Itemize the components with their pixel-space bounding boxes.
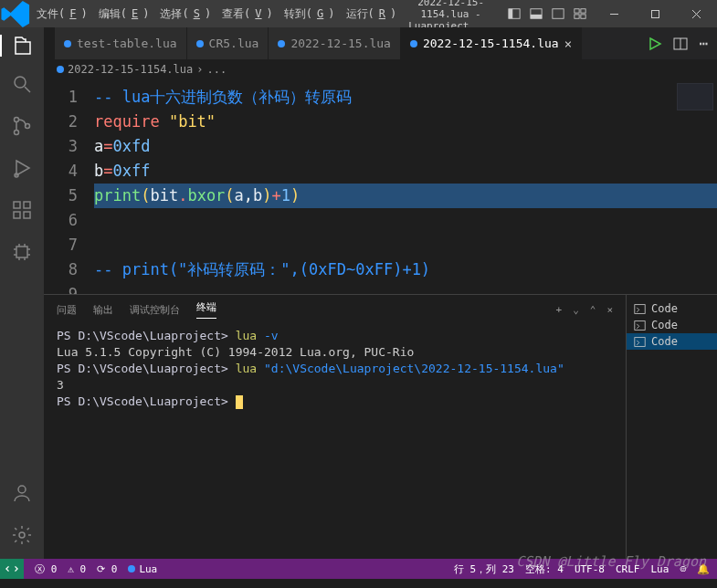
lua-file-icon <box>278 40 285 47</box>
menu-go[interactable]: 转到(G) <box>279 6 340 22</box>
code-editor[interactable]: 123456789 -- lua十六进制负数（补码）转原码 require "b… <box>44 79 717 294</box>
eol[interactable]: CRLF <box>616 563 640 575</box>
menu-bar: 文件(F) 编辑(E) 选择(S) 查看(V) 转到(G) 运行(R) <box>32 6 401 22</box>
activity-bar <box>0 27 44 559</box>
breadcrumb[interactable]: 2022-12-15-1154.lua › ... <box>44 59 717 79</box>
explorer-icon[interactable] <box>0 35 44 57</box>
svg-point-34 <box>19 532 25 538</box>
window-controls <box>594 0 717 27</box>
svg-point-15 <box>15 118 19 122</box>
svg-point-16 <box>15 131 19 135</box>
svg-rect-38 <box>635 304 645 313</box>
svg-rect-5 <box>575 9 579 13</box>
search-icon[interactable] <box>11 73 33 99</box>
layout-controls <box>501 7 594 20</box>
remote-indicator[interactable] <box>0 559 24 579</box>
svg-rect-3 <box>531 15 542 18</box>
svg-rect-23 <box>24 212 30 218</box>
editor-actions: ⋯ <box>638 27 717 59</box>
tab-overflow[interactable] <box>44 27 55 59</box>
menu-run[interactable]: 运行(R) <box>342 6 402 22</box>
minimize-button[interactable] <box>594 0 635 27</box>
titlebar: 文件(F) 编辑(E) 选择(S) 查看(V) 转到(G) 运行(R) 2022… <box>0 0 717 27</box>
port-indicator[interactable]: ⟳ 0 <box>97 563 117 575</box>
terminal-list: Code Code Code <box>626 295 717 559</box>
terminal-dropdown-icon[interactable]: ⌄ <box>573 304 579 316</box>
tab-label: CR5.lua <box>209 37 259 50</box>
menu-select[interactable]: 选择(S) <box>155 6 216 22</box>
panel-left-icon[interactable] <box>508 7 521 20</box>
svg-rect-10 <box>652 10 659 17</box>
settings-gear-icon[interactable] <box>11 524 33 550</box>
svg-rect-1 <box>509 9 512 19</box>
language-mode[interactable]: Lua <box>651 563 670 575</box>
run-icon[interactable] <box>648 37 662 51</box>
tab-test-table[interactable]: test-table.lua <box>55 27 187 59</box>
svg-marker-35 <box>650 38 660 49</box>
bottom-panel: 问题 输出 调试控制台 终端 + ⌄ ⌃ × PS D:\VScode\Luap… <box>44 294 717 559</box>
close-panel-icon[interactable]: × <box>606 304 613 316</box>
svg-point-13 <box>15 77 26 88</box>
lua-file-icon <box>196 40 204 47</box>
breadcrumb-file: 2022-12-15-1154.lua <box>68 63 193 76</box>
editor-tabs: test-table.lua CR5.lua 2022-12-15.lua 20… <box>44 27 717 59</box>
errors-count[interactable]: ⓧ 0 <box>35 562 57 576</box>
warnings-count[interactable]: ⚠ 0 <box>68 563 86 575</box>
more-actions-icon[interactable]: ⋯ <box>699 35 708 52</box>
panel-tab-terminal[interactable]: 终端 <box>196 300 216 319</box>
svg-line-14 <box>25 87 30 92</box>
split-editor-icon[interactable] <box>673 37 688 51</box>
indentation[interactable]: 空格: 4 <box>525 562 564 576</box>
minimap[interactable] <box>677 83 713 110</box>
maximize-panel-icon[interactable]: ⌃ <box>590 304 596 316</box>
lua-file-icon <box>410 40 417 47</box>
panel-tab-debug[interactable]: 调试控制台 <box>130 303 180 317</box>
panel-right-icon[interactable] <box>552 7 564 20</box>
breadcrumb-rest: ... <box>207 63 227 76</box>
maximize-button[interactable] <box>635 0 676 27</box>
panel-tabs: 问题 输出 调试控制台 终端 + ⌄ ⌃ × <box>44 295 626 324</box>
chevron-right-icon: › <box>196 63 203 76</box>
svg-rect-40 <box>635 337 645 346</box>
tab-2022-12-15[interactable]: 2022-12-15.lua <box>269 27 401 59</box>
svg-rect-6 <box>581 9 585 13</box>
code-lines[interactable]: -- lua十六进制负数（补码）转原码 require "bit" a=0xfd… <box>94 79 717 294</box>
menu-file[interactable]: 文件(F) <box>32 6 92 22</box>
terminal-item[interactable]: Code <box>627 333 717 350</box>
lua-file-icon <box>64 40 71 47</box>
terminal-cursor <box>236 395 243 409</box>
new-terminal-icon[interactable]: + <box>556 304 563 316</box>
language-badge[interactable]: Lua <box>128 563 157 575</box>
vscode-logo-icon <box>0 0 32 30</box>
notifications-icon[interactable]: 🔔 <box>697 563 710 575</box>
tab-label: 2022-12-15-1154.lua <box>423 37 559 50</box>
feedback-icon[interactable]: ☺ <box>680 563 686 575</box>
menu-view[interactable]: 查看(V) <box>217 6 278 22</box>
terminal[interactable]: PS D:\VScode\Luaproject> lua -v Lua 5.1.… <box>44 324 626 559</box>
svg-rect-24 <box>16 247 27 257</box>
run-debug-icon[interactable] <box>11 157 33 183</box>
svg-rect-39 <box>635 320 645 330</box>
panel-tab-problems[interactable]: 问题 <box>57 303 77 317</box>
terminal-item[interactable]: Code <box>627 317 717 333</box>
tab-cr5[interactable]: CR5.lua <box>187 27 269 59</box>
tab-2022-12-15-1154[interactable]: 2022-12-15-1154.lua× <box>401 27 582 59</box>
panel-tab-output[interactable]: 输出 <box>93 303 113 317</box>
svg-rect-20 <box>14 202 20 208</box>
close-tab-icon[interactable]: × <box>564 37 572 51</box>
close-button[interactable] <box>676 0 717 27</box>
source-control-icon[interactable] <box>11 115 33 141</box>
panel-bottom-icon[interactable] <box>530 7 543 20</box>
extensions-icon[interactable] <box>11 199 33 225</box>
statusbar: ⓧ 0 ⚠ 0 ⟳ 0 Lua 行 5，列 23 空格: 4 UTF-8 CRL… <box>0 559 717 579</box>
terminal-item[interactable]: Code <box>627 300 717 317</box>
svg-rect-21 <box>24 202 30 208</box>
encoding[interactable]: UTF-8 <box>575 563 605 575</box>
chip-icon[interactable] <box>11 241 33 267</box>
cursor-position[interactable]: 行 5，列 23 <box>454 562 514 576</box>
tab-label: test-table.lua <box>77 37 177 50</box>
layout-grid-icon[interactable] <box>574 7 586 20</box>
account-icon[interactable] <box>11 482 33 508</box>
menu-edit[interactable]: 编辑(E) <box>94 6 154 22</box>
svg-point-33 <box>18 486 26 493</box>
